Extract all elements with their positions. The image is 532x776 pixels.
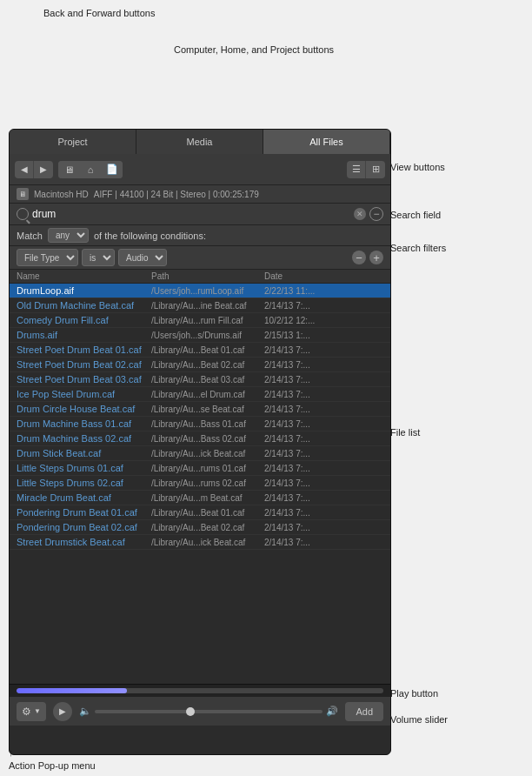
match-select[interactable]: any all (48, 228, 89, 243)
file-date: 2/15/13 1:... (264, 331, 383, 340)
file-date: 2/14/13 7:... (264, 390, 383, 399)
file-name: Street Poet Drum Beat 02.caf (17, 359, 151, 370)
table-row[interactable]: Drum Machine Bass 01.caf /Library/Au...B… (10, 417, 390, 431)
file-date: 2/14/13 7:... (264, 493, 383, 503)
file-name: Little Steps Drums 01.caf (17, 463, 151, 473)
progress-fill (17, 688, 127, 693)
table-row[interactable]: Street Poet Drum Beat 01.caf /Library/Au… (10, 343, 390, 358)
gear-icon: ⚙ (22, 706, 31, 718)
file-name: Drums.aif (17, 330, 151, 340)
table-row[interactable]: Drum Circle House Beat.caf /Library/Au..… (10, 402, 390, 417)
tab-media[interactable]: Media (136, 130, 263, 154)
add-button[interactable]: Add (345, 702, 383, 721)
project-button[interactable]: 📄 (102, 161, 123, 178)
back-button[interactable]: ◀ (15, 161, 34, 178)
volume-high-icon: 🔊 (326, 706, 338, 717)
toolbar: ◀ ▶ 🖥 ⌂ 📄 ☰ ⊞ (10, 154, 390, 185)
table-row[interactable]: Street Poet Drum Beat 03.caf /Library/Au… (10, 372, 390, 387)
file-date: 10/2/12 12:... (264, 316, 383, 325)
forward-button[interactable]: ▶ (34, 161, 53, 178)
tab-all-files[interactable]: All Files (263, 130, 390, 154)
list-view-button[interactable]: ☰ (347, 161, 366, 178)
file-date: 2/14/13 7:... (264, 538, 383, 547)
filter-add-button[interactable]: + (369, 251, 383, 264)
annotation-back-forward: Back and Forward buttons (43, 7, 155, 20)
col-header-path: Path (151, 271, 264, 281)
annotation-search-filters: Search filters (390, 242, 525, 255)
file-path: /Library/Au...Beat 01.caf (151, 508, 264, 518)
file-name: Drum Circle House Beat.caf (17, 404, 151, 414)
file-path: /Library/Au...Bass 01.caf (151, 419, 264, 429)
annotation-computer-home: Computer, Home, and Project buttons (174, 43, 334, 57)
table-row[interactable]: Street Poet Drum Beat 02.caf /Library/Au… (10, 358, 390, 372)
volume-knob[interactable] (186, 707, 195, 716)
file-name: Drum Stick Beat.caf (17, 448, 151, 458)
match-row: Match any all of the following condition… (10, 225, 390, 246)
computer-button[interactable]: 🖥 (58, 161, 79, 178)
media-browser-panel: Project Media All Files ◀ ▶ 🖥 ⌂ 📄 ☰ ⊞ 🖥 … (9, 129, 391, 755)
file-date: 2/14/13 7:... (264, 464, 383, 473)
filter-value-select[interactable]: Audio (118, 249, 167, 266)
file-name: Drum Machine Bass 02.caf (17, 433, 151, 444)
table-row[interactable]: Drums.aif /Users/joh...s/Drums.aif 2/15/… (10, 328, 390, 343)
table-row[interactable]: Drum Stick Beat.caf /Library/Au...ick Be… (10, 446, 390, 461)
file-info-bar: 🖥 Macintosh HD AIFF | 44100 | 24 Bit | S… (10, 185, 390, 204)
file-date: 2/14/13 7:... (264, 360, 383, 370)
annotation-view-buttons: View buttons (390, 161, 525, 174)
file-path: /Library/Au...Beat 03.caf (151, 375, 264, 385)
search-icon (17, 208, 29, 220)
table-row[interactable]: Miracle Drum Beat.caf /Library/Au...m Be… (10, 491, 390, 505)
file-list: DrumLoop.aif /Users/joh...rumLoop.aif 2/… (10, 284, 390, 684)
table-row[interactable]: Street Drumstick Beat.caf /Library/Au...… (10, 535, 390, 550)
drive-name: Macintosh HD (34, 190, 89, 199)
home-button[interactable]: ⌂ (80, 161, 101, 178)
bottom-controls: ⚙ ▼ ▶ 🔈 🔊 Add (10, 696, 390, 726)
file-path: /Library/Au...m Beat.caf (151, 493, 264, 503)
table-row[interactable]: Little Steps Drums 01.caf /Library/Au...… (10, 461, 390, 476)
annotation-file-list: File list (390, 426, 525, 439)
file-name: Drum Machine Bass 01.caf (17, 418, 151, 429)
annotation-volume-slider: Volume slider (390, 713, 525, 726)
search-clear-button[interactable]: ✕ (354, 208, 366, 220)
search-collapse-button[interactable]: − (369, 207, 383, 221)
progress-track (17, 688, 383, 693)
location-button-group: 🖥 ⌂ 📄 (58, 161, 123, 178)
file-path: /Library/Au...se Beat.caf (151, 405, 264, 414)
table-row[interactable]: Ice Pop Steel Drum.caf /Library/Au...el … (10, 387, 390, 402)
filter-row: File Type is Audio − + (10, 246, 390, 270)
table-row[interactable]: Little Steps Drums 02.caf /Library/Au...… (10, 476, 390, 491)
filter-type-select[interactable]: File Type (17, 249, 78, 266)
file-name: Street Poet Drum Beat 03.caf (17, 374, 151, 385)
tab-project[interactable]: Project (10, 130, 136, 154)
tab-bar: Project Media All Files (10, 130, 390, 154)
file-name: Ice Pop Steel Drum.caf (17, 389, 151, 399)
table-row[interactable]: Pondering Drum Beat 02.caf /Library/Au..… (10, 520, 390, 535)
table-row[interactable]: Old Drum Machine Beat.caf /Library/Au...… (10, 298, 390, 313)
file-name: Old Drum Machine Beat.caf (17, 300, 151, 311)
table-row[interactable]: Pondering Drum Beat 01.caf /Library/Au..… (10, 505, 390, 520)
file-date: 2/14/13 7:... (264, 405, 383, 414)
file-path: /Library/Au...rums 02.caf (151, 478, 264, 488)
column-headers: Name Path Date (10, 270, 390, 284)
table-row[interactable]: Comedy Drum Fill.caf /Library/Au...rum F… (10, 313, 390, 328)
file-path: /Library/Au...el Drum.caf (151, 390, 264, 399)
file-date: 2/14/13 7:... (264, 478, 383, 488)
volume-slider[interactable] (95, 710, 323, 713)
match-suffix: of the following conditions: (94, 231, 206, 241)
play-button[interactable]: ▶ (53, 702, 72, 721)
table-row[interactable]: Drum Machine Bass 02.caf /Library/Au...B… (10, 431, 390, 446)
file-path: /Users/joh...s/Drums.aif (151, 331, 264, 340)
column-view-button[interactable]: ⊞ (366, 161, 385, 178)
search-input[interactable] (32, 208, 350, 220)
action-popup-menu[interactable]: ⚙ ▼ (17, 702, 46, 721)
drive-icon: 🖥 (17, 188, 29, 200)
file-name: Comedy Drum Fill.caf (17, 315, 151, 325)
file-date: 2/14/13 7:... (264, 449, 383, 458)
nav-button-group: ◀ ▶ (15, 161, 53, 178)
file-date: 2/14/13 7:... (264, 419, 383, 429)
filter-operator-select[interactable]: is (82, 249, 115, 266)
filter-remove-button[interactable]: − (352, 251, 366, 264)
table-row[interactable]: DrumLoop.aif /Users/joh...rumLoop.aif 2/… (10, 284, 390, 298)
file-date: 2/14/13 7:... (264, 301, 383, 311)
file-meta: AIFF | 44100 | 24 Bit | Stereo | 0:00:25… (94, 190, 259, 199)
